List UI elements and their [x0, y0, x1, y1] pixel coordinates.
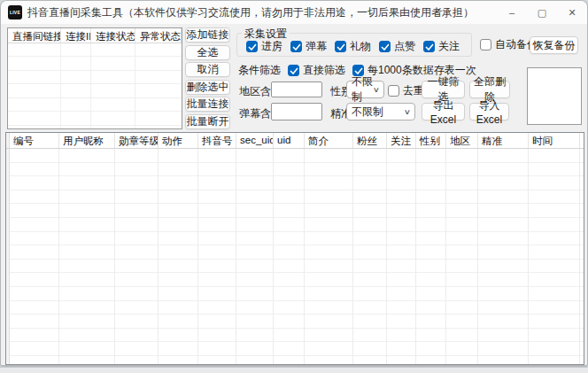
- data-column-header[interactable]: 地区: [446, 133, 478, 148]
- data-column-header[interactable]: sec_uid: [236, 133, 274, 148]
- grid-line: [197, 149, 198, 364]
- collect-option-label: 进房: [261, 39, 282, 54]
- window-title: 抖音直播间采集工具（本软件仅供学习交流使用，请勿用于非法用途，一切后果由使用者承…: [27, 5, 474, 20]
- minimize-icon[interactable]: –: [497, 1, 527, 24]
- precise-selected-value: 不限制: [352, 105, 383, 120]
- room-action-button[interactable]: 全选: [185, 45, 230, 60]
- room-action-button[interactable]: 添加链接: [185, 27, 230, 43]
- room-action-button[interactable]: 批量断开: [185, 114, 230, 129]
- window-controls: – ▢ ✕: [497, 1, 587, 24]
- checkbox-icon[interactable]: [379, 41, 391, 52]
- grid-line: [579, 149, 580, 364]
- dedupe-checkbox[interactable]: 去重: [388, 83, 424, 98]
- danmaku-input[interactable]: [271, 103, 322, 120]
- collect-option-label: 礼物: [350, 39, 371, 54]
- data-column-header[interactable]: 粉丝: [353, 133, 387, 148]
- collect-option-checkbox[interactable]: 点赞: [379, 39, 415, 54]
- collect-option-checkbox[interactable]: 关注: [423, 39, 460, 54]
- condition-filter-label: 条件筛选: [238, 63, 281, 78]
- checkbox-icon[interactable]: [288, 65, 299, 76]
- taskbar-sliver: [0, 367, 588, 373]
- collect-settings-groupbox: 采集设置 进房弹幕礼物点赞关注: [236, 33, 472, 57]
- rooms-column-header[interactable]: 连接状态: [91, 28, 135, 43]
- collect-option-checkbox[interactable]: 礼物: [335, 39, 371, 54]
- data-column-header[interactable]: 简介: [305, 133, 353, 148]
- maximize-icon[interactable]: ▢: [527, 1, 557, 24]
- delete-all-button[interactable]: 全部删除: [469, 81, 510, 98]
- checkbox-icon[interactable]: [335, 41, 346, 52]
- collect-option-label: 弹幕: [306, 39, 327, 54]
- room-action-button[interactable]: 取消: [185, 62, 230, 77]
- export-excel-button[interactable]: 导出Excel: [422, 103, 465, 120]
- region-input[interactable]: [271, 82, 322, 97]
- grid-line: [158, 149, 159, 364]
- checkbox-icon[interactable]: [246, 41, 258, 52]
- chevron-down-icon: ∨: [404, 108, 411, 116]
- grid-line: [386, 149, 387, 364]
- checkbox-icon[interactable]: [423, 41, 435, 52]
- checkbox-icon[interactable]: [290, 41, 302, 52]
- grid-line: [273, 149, 274, 364]
- app-live-icon: LIVE: [8, 5, 22, 19]
- direct-filter-checkbox[interactable]: 直接筛选: [288, 63, 345, 78]
- import-excel-button[interactable]: 导入Excel: [469, 103, 509, 120]
- room-action-button[interactable]: 批量连接: [185, 97, 230, 112]
- chevron-down-icon: ∨: [373, 86, 380, 94]
- title-bar: LIVE 抖音直播间采集工具（本软件仅供学习交流使用，请勿用于非法用途，一切后果…: [1, 1, 587, 24]
- grid-line: [415, 149, 416, 364]
- data-column-header[interactable]: 时间: [529, 133, 580, 148]
- grid-line: [477, 149, 478, 364]
- data-table-header: 编号用户昵称勋章等级动作抖音号sec_uiduid简介粉丝关注性别地区精准时间: [6, 133, 584, 149]
- collect-option-label: 关注: [438, 39, 460, 54]
- collect-option-checkbox[interactable]: 弹幕: [290, 39, 327, 54]
- preview-box: [527, 67, 582, 125]
- grid-line: [58, 149, 59, 364]
- direct-filter-label: 直接筛选: [303, 63, 345, 78]
- data-column-header[interactable]: 抖音号: [198, 133, 236, 148]
- collect-option-checkbox[interactable]: 进房: [246, 39, 282, 54]
- rooms-table-header: 直播间链接连接ID连接状态异常状态: [8, 28, 182, 43]
- rooms-table-body[interactable]: [8, 43, 182, 128]
- rooms-table: 直播间链接连接ID连接状态异常状态: [7, 27, 182, 129]
- app-window: LIVE 抖音直播间采集工具（本软件仅供学习交流使用，请勿用于非法用途，一切后果…: [0, 0, 588, 366]
- quick-filter-button[interactable]: 一键筛选: [422, 81, 465, 98]
- rooms-column-header[interactable]: 连接ID: [61, 28, 91, 43]
- close-icon[interactable]: ✕: [557, 1, 587, 24]
- rooms-column-header[interactable]: 直播间链接: [8, 28, 61, 43]
- gender-select[interactable]: 不限制 ∨: [346, 81, 384, 98]
- precise-select[interactable]: 不限制 ∨: [346, 103, 415, 120]
- data-column-header[interactable]: 动作: [159, 133, 198, 148]
- grid-line: [90, 43, 91, 128]
- data-column-header[interactable]: 编号: [10, 133, 59, 148]
- grid-line: [135, 43, 135, 128]
- data-column-header[interactable]: uid: [274, 133, 305, 148]
- data-column-header[interactable]: 精准: [478, 133, 529, 148]
- room-action-buttons: 添加链接全选取消删除选中批量连接批量断开: [185, 27, 230, 129]
- data-column-header[interactable]: 性别: [416, 133, 446, 148]
- grid-line: [304, 149, 305, 364]
- grid-line: [114, 149, 115, 364]
- region-label: 地区含: [239, 84, 271, 99]
- data-column-header[interactable]: 关注: [387, 133, 416, 148]
- grid-line: [60, 43, 61, 128]
- collect-options: 进房弹幕礼物点赞关注: [246, 39, 460, 54]
- restore-backup-button[interactable]: 恢复备份: [530, 36, 578, 54]
- grid-line: [352, 149, 353, 364]
- grid-line: [445, 149, 446, 364]
- gender-selected-value: 不限制: [352, 74, 374, 105]
- rooms-column-header[interactable]: 异常状态: [135, 28, 182, 43]
- data-column-header[interactable]: 勋章等级: [115, 133, 159, 148]
- room-action-button[interactable]: 删除选中: [185, 80, 230, 95]
- checkbox-icon[interactable]: [480, 39, 491, 51]
- grid-line: [236, 149, 236, 364]
- data-table: 编号用户昵称勋章等级动作抖音号sec_uiduid简介粉丝关注性别地区精准时间: [5, 132, 584, 365]
- data-column-header[interactable]: 用户昵称: [59, 133, 115, 148]
- grid-line: [528, 149, 529, 364]
- collect-option-label: 点赞: [394, 39, 415, 54]
- data-table-body[interactable]: [10, 149, 584, 364]
- checkbox-icon[interactable]: [388, 85, 399, 97]
- danmaku-label: 弹幕含: [239, 106, 271, 121]
